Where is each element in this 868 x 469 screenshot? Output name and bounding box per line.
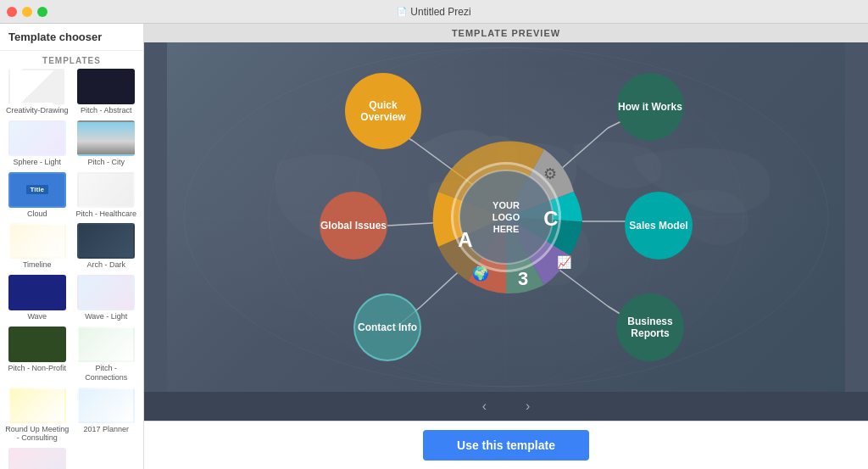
template-item-timeline[interactable]: Timeline xyxy=(5,223,70,270)
diagram-container: A C 3 ⚙ 📈 🌍 YOUR xyxy=(303,56,709,378)
template-item-pitch-city[interactable]: Pitch - City xyxy=(75,120,139,167)
template-thumb-sphere-linear xyxy=(77,448,135,469)
prezi-icon: 📄 xyxy=(397,7,407,16)
template-item-around-topic[interactable]: Around a Topic xyxy=(5,448,70,469)
business-reports-bubble: Business Reports xyxy=(616,293,684,361)
template-thumb-sphere-light xyxy=(8,120,66,156)
template-thumb-arch-dark xyxy=(77,223,135,259)
main-area: Template chooser TEMPLATES Creativity-Dr… xyxy=(0,24,868,469)
app-title: Template chooser xyxy=(8,31,135,43)
how-it-works-bubble: How it Works xyxy=(616,73,684,141)
center-logo: YOUR LOGO HERE xyxy=(451,162,561,272)
template-thumb-wave xyxy=(8,275,66,310)
maximize-button[interactable] xyxy=(37,7,47,17)
next-arrow[interactable]: › xyxy=(519,397,537,416)
prev-arrow[interactable]: ‹ xyxy=(476,397,493,416)
preview-area: A C 3 ⚙ 📈 🌍 YOUR xyxy=(144,42,868,392)
template-label-nonprofit: Pitch - Non-Profit xyxy=(8,364,66,373)
window-title: 📄 Untitled Prezi xyxy=(397,6,470,18)
template-item-cloud[interactable]: TitleCloud xyxy=(5,172,70,219)
template-label-wave-light: Wave - Light xyxy=(85,312,127,321)
template-item-sphere-linear[interactable]: Sphere Linear - Light xyxy=(75,448,139,469)
use-template-button[interactable]: Use this template xyxy=(423,430,589,461)
template-label-pitch-healthcare: Pitch - Healthcare xyxy=(75,209,136,219)
template-label-2017planner: 2017 Planner xyxy=(83,425,129,434)
template-thumb-pitch-city xyxy=(77,120,135,156)
template-item-wave[interactable]: Wave xyxy=(5,275,70,321)
templates-label: TEMPLATES xyxy=(0,51,143,69)
template-thumb-wave-light xyxy=(77,275,135,310)
template-label-creativity-drawing: Creativity-Drawing xyxy=(6,106,69,115)
template-label-wave: Wave xyxy=(27,312,47,321)
template-thumb-around-topic xyxy=(8,448,66,469)
template-thumb-creativity-drawing xyxy=(8,69,66,104)
template-thumb-2017planner xyxy=(77,388,135,423)
nav-bar: ‹ › xyxy=(144,392,868,421)
right-panel: TEMPLATE PREVIEW xyxy=(144,24,868,469)
template-label-pitch-abstract: Pitch - Abstract xyxy=(81,106,132,115)
sales-model-bubble: Sales Model xyxy=(625,192,693,260)
close-button[interactable] xyxy=(7,7,17,17)
template-thumb-cloud: Title xyxy=(8,172,66,208)
template-thumb-roundup xyxy=(8,388,66,423)
template-item-pitch-abstract[interactable]: Pitch - Abstract xyxy=(75,69,139,115)
svg-text:3: 3 xyxy=(518,268,528,289)
global-issues-bubble: Global Issues xyxy=(320,192,387,260)
preview-header: TEMPLATE PREVIEW xyxy=(144,24,868,42)
template-label-pitch-city: Pitch - City xyxy=(87,158,125,167)
template-label-timeline: Timeline xyxy=(23,260,52,270)
sidebar: Template chooser TEMPLATES Creativity-Dr… xyxy=(0,24,144,469)
template-label-roundup: Round Up Meeting - Consulting xyxy=(5,425,70,444)
template-thumb-pitch-healthcare xyxy=(77,172,135,208)
bottom-bar: Use this template xyxy=(144,421,868,469)
template-item-creativity-drawing[interactable]: Creativity-Drawing xyxy=(5,69,70,115)
template-label-arch-dark: Arch - Dark xyxy=(86,260,125,270)
quick-overview-bubble: Quick Overview xyxy=(345,73,421,149)
template-item-roundup[interactable]: Round Up Meeting - Consulting xyxy=(5,388,70,444)
template-item-wave-light[interactable]: Wave - Light xyxy=(75,275,139,321)
template-item-2017planner[interactable]: 2017 Planner xyxy=(75,388,139,444)
template-thumb-nonprofit xyxy=(8,327,66,362)
template-grid: Creativity-DrawingPitch - AbstractSphere… xyxy=(0,69,143,469)
template-item-arch-dark[interactable]: Arch - Dark xyxy=(75,223,139,270)
title-bar: 📄 Untitled Prezi xyxy=(0,0,868,24)
template-item-nonprofit[interactable]: Pitch - Non-Profit xyxy=(5,327,70,382)
minimize-button[interactable] xyxy=(22,7,32,17)
template-thumb-timeline xyxy=(8,223,66,259)
template-label-connections: Pitch - Connections xyxy=(75,364,139,382)
template-item-connections[interactable]: Pitch - Connections xyxy=(75,327,139,382)
template-label-sphere-light: Sphere - Light xyxy=(13,158,61,167)
template-thumb-pitch-abstract xyxy=(77,69,135,104)
sidebar-header: Template chooser xyxy=(0,24,143,51)
template-label-cloud: Cloud xyxy=(27,209,47,219)
contact-info-bubble: Contact Info xyxy=(353,293,421,361)
template-item-pitch-healthcare[interactable]: Pitch - Healthcare xyxy=(75,172,139,219)
slide-preview: A C 3 ⚙ 📈 🌍 YOUR xyxy=(167,42,845,392)
template-item-sphere-light[interactable]: Sphere - Light xyxy=(5,120,70,167)
template-thumb-connections xyxy=(77,327,135,362)
svg-text:📈: 📈 xyxy=(557,255,572,270)
